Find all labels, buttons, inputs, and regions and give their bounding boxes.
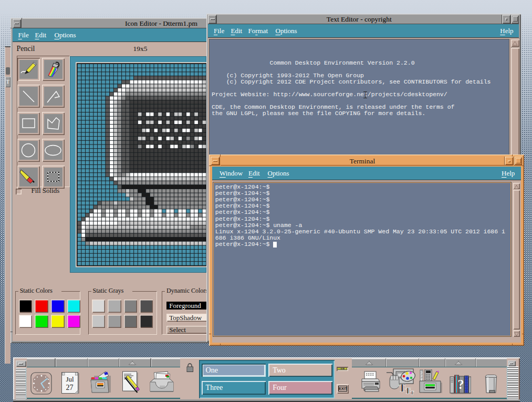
svg-text:T: T [410, 389, 414, 395]
svg-text:Jul: Jul [66, 375, 74, 383]
svg-text:27: 27 [66, 384, 73, 391]
svg-text:?: ? [458, 377, 465, 391]
